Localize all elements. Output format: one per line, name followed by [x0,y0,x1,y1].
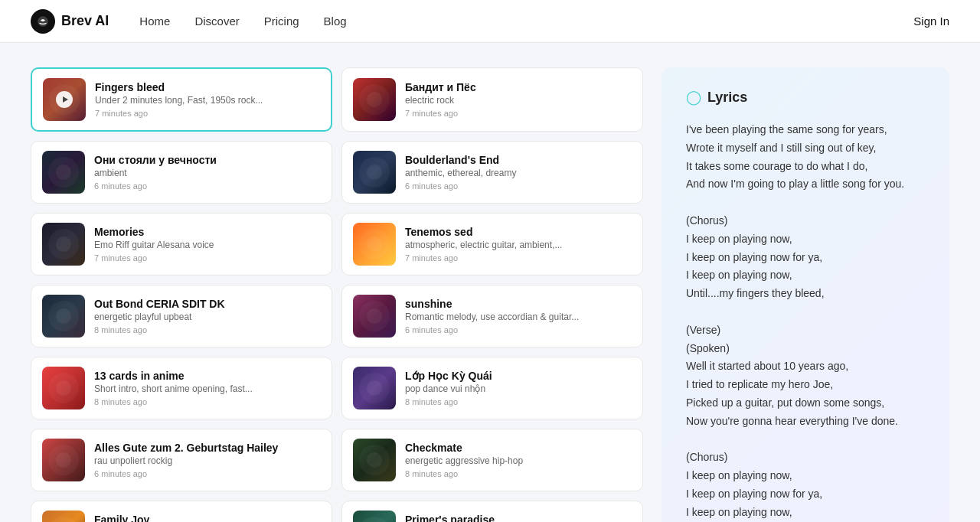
lyrics-header: ◯ Lyrics [686,89,925,106]
song-desc: ambient [94,168,321,178]
song-desc: rau unpoliert rockig [94,455,321,466]
song-info: Они стояли у вечности ambient 6 minutes … [94,154,321,191]
song-desc: Emo Riff guitar Alesana voice [94,240,321,250]
song-card[interactable]: Они стояли у вечности ambient 6 minutes … [31,141,332,204]
song-info: Checkmate energetic aggressive hip-hop 8… [405,442,632,478]
song-card[interactable]: Бандит и Пёс electric rock 7 minutes ago [341,67,643,132]
lyrics-title: Lyrics [707,90,747,106]
song-title: Memories [94,226,321,238]
song-title: Они стояли у вечности [94,154,321,166]
song-thumbnail [42,511,85,522]
lyrics-body: I've been playing the same song for year… [686,121,925,522]
song-title: Alles Gute zum 2. Geburtstag Hailey [94,442,321,454]
song-info: 13 cards in anime Short intro, short ani… [94,370,321,406]
svg-point-10 [56,237,71,252]
main-container: Fingers bleed Under 2 minutes long, Fast… [0,43,980,522]
song-desc: energetic aggressive hip-hop [405,455,632,466]
song-info: Memories Emo Riff guitar Alesana voice 7… [94,226,321,263]
svg-point-2 [57,92,72,107]
song-title: Fingers bleed [95,81,320,93]
song-card[interactable]: Lớp Học Kỳ Quái pop dance vui nhộn 8 min… [341,357,643,419]
logo-text: Brev AI [61,13,109,29]
song-time: 8 minutes ago [94,325,321,334]
song-info: Boulderland's End anthemic, ethereal, dr… [405,154,632,191]
nav-pricing[interactable]: Pricing [264,15,299,28]
song-thumbnail [42,367,85,409]
song-card[interactable]: Boulderland's End anthemic, ethereal, dr… [341,141,643,204]
song-title: sunshine [405,298,632,310]
song-thumbnail [353,511,396,522]
song-card[interactable]: Memories Emo Riff guitar Alesana voice 7… [31,213,332,276]
song-thumbnail [353,367,396,409]
song-title: Checkmate [405,442,632,454]
song-desc: atmospheric, electric guitar, ambient,..… [405,240,632,250]
nav-blog[interactable]: Blog [324,15,347,28]
song-info: Out Bond CERIA SDIT DK energetic playful… [94,298,321,334]
song-card[interactable]: Primer's paradise Instrumental hip-hop, … [341,501,643,522]
nav-discover[interactable]: Discover [194,15,239,28]
song-desc: anthemic, ethereal, dreamy [405,168,632,178]
song-info: Family Joy happy, pop, synth 7 minutes a… [94,514,321,522]
song-card[interactable]: Alles Gute zum 2. Geburtstag Hailey rau … [31,429,332,491]
song-card[interactable]: Checkmate energetic aggressive hip-hop 8… [341,429,643,491]
song-card[interactable]: Fingers bleed Under 2 minutes long, Fast… [31,67,332,132]
svg-point-6 [56,165,71,180]
song-desc: pop dance vui nhộn [405,383,632,394]
logo[interactable]: Brev AI [31,9,109,34]
song-desc: Short intro, short anime opening, fast..… [94,383,321,394]
logo-icon [31,9,55,34]
song-thumbnail [353,223,396,266]
song-title: 13 cards in anime [94,370,321,382]
signin-button[interactable]: Sign In [913,15,949,28]
song-card[interactable]: sunshine Romantic melody, use accordian … [341,285,643,347]
svg-point-16 [367,308,382,324]
song-card[interactable]: Out Bond CERIA SDIT DK energetic playful… [31,285,332,347]
song-time: 7 minutes ago [405,109,632,118]
svg-point-18 [56,380,71,396]
song-desc: electric rock [405,95,632,106]
song-time: 7 minutes ago [94,253,321,263]
song-time: 6 minutes ago [405,181,632,191]
song-thumbnail [42,295,85,338]
svg-point-8 [367,165,382,180]
song-desc: Romantic melody, use accordian & guitar.… [405,312,632,322]
song-thumbnail [353,151,396,194]
song-thumbnail [353,78,396,121]
song-thumbnail [42,151,85,194]
song-card[interactable]: Tenemos sed atmospheric, electric guitar… [341,213,643,276]
song-title: Family Joy [94,514,321,522]
svg-point-24 [367,452,382,468]
lyrics-icon: ◯ [686,89,701,106]
song-time: 8 minutes ago [405,469,632,478]
song-card[interactable]: Family Joy happy, pop, synth 7 minutes a… [31,501,332,522]
song-card[interactable]: 13 cards in anime Short intro, short ani… [31,357,332,419]
nav-home[interactable]: Home [139,15,170,28]
song-info: sunshine Romantic melody, use accordian … [405,298,632,334]
song-thumbnail [353,295,396,338]
song-title: Tenemos sed [405,226,632,238]
song-list: Fingers bleed Under 2 minutes long, Fast… [31,67,643,522]
song-title: Boulderland's End [405,154,632,166]
song-thumbnail [42,223,85,266]
song-title: Бандит и Пёс [405,81,632,93]
song-time: 8 minutes ago [94,397,321,406]
svg-point-14 [56,308,71,324]
song-thumbnail [353,439,396,481]
song-time: 6 minutes ago [94,469,321,478]
svg-point-12 [367,237,382,252]
song-info: Lớp Học Kỳ Quái pop dance vui nhộn 8 min… [405,370,632,406]
song-time: 8 minutes ago [405,397,632,406]
song-thumbnail [43,78,86,121]
song-time: 7 minutes ago [405,253,632,263]
song-info: Primer's paradise Instrumental hip-hop, … [405,514,632,522]
song-time: 6 minutes ago [405,325,632,334]
song-title: Lớp Học Kỳ Quái [405,370,632,382]
song-info: Alles Gute zum 2. Geburtstag Hailey rau … [94,442,321,478]
song-desc: energetic playful upbeat [94,312,321,322]
svg-point-22 [56,452,71,468]
svg-point-27 [359,517,390,522]
song-info: Бандит и Пёс electric rock 7 minutes ago [405,81,632,118]
nav-links: Home Discover Pricing Blog [139,15,913,28]
song-info: Fingers bleed Under 2 minutes long, Fast… [95,81,320,118]
svg-point-4 [367,92,382,107]
